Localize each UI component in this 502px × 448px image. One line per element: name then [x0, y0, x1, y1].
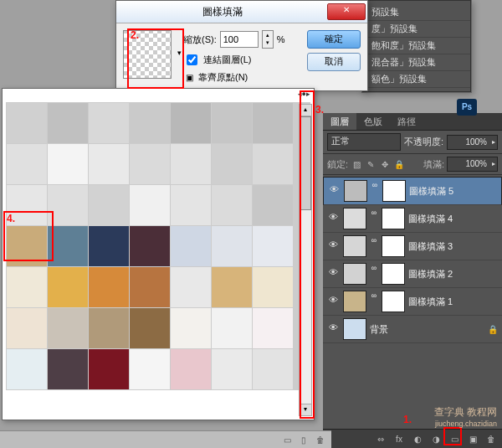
layer-thumb[interactable] — [343, 263, 366, 285]
pattern-swatch[interactable] — [130, 349, 170, 389]
visibility-icon[interactable]: 👁 — [326, 212, 340, 225]
layer-row[interactable]: 👁∞圖樣填滿 3 — [323, 233, 502, 260]
scroll-up-icon[interactable]: ▴ — [300, 105, 311, 116]
pattern-swatch[interactable] — [171, 267, 211, 307]
visibility-icon[interactable]: 👁 — [326, 239, 340, 253]
pattern-swatch[interactable] — [89, 226, 129, 266]
layer-name[interactable]: 背景 — [370, 323, 484, 336]
trash2-icon[interactable]: 🗑 — [315, 434, 326, 445]
close-icon[interactable]: ✕ — [327, 3, 366, 20]
panel-tab[interactable]: 色版 — [356, 113, 390, 130]
layer-thumb[interactable] — [344, 180, 367, 202]
new-layer-icon[interactable]: ▣ — [467, 433, 479, 445]
layer-row[interactable]: 👁∞圖樣填滿 2 — [323, 260, 502, 288]
pattern-swatch[interactable] — [253, 185, 293, 225]
scale-input[interactable] — [220, 31, 259, 48]
preset-item[interactable]: 度」預設集 — [363, 21, 470, 38]
pattern-swatch[interactable] — [171, 103, 211, 143]
layer-thumb[interactable] — [343, 208, 366, 229]
pattern-swatch[interactable] — [253, 267, 293, 307]
pattern-swatch[interactable] — [7, 349, 47, 389]
scale-spinner[interactable]: ▴▾ — [262, 30, 274, 49]
layer-thumb[interactable] — [343, 291, 366, 312]
pattern-swatch[interactable] — [212, 144, 252, 184]
layer-name[interactable]: 圖樣填滿 4 — [408, 213, 499, 225]
layer-name[interactable]: 圖樣填滿 2 — [408, 268, 499, 281]
pattern-swatch[interactable] — [7, 226, 47, 266]
pattern-swatch[interactable] — [212, 267, 252, 307]
pattern-swatch[interactable] — [89, 185, 129, 225]
blend-mode-select[interactable]: 正常 — [327, 133, 401, 151]
layer-row[interactable]: 👁背景🔒 — [323, 316, 502, 343]
visibility-icon[interactable]: 👁 — [326, 295, 340, 308]
fill-input[interactable]: 100% — [447, 157, 498, 172]
mask-thumb[interactable] — [382, 291, 405, 312]
scroll-thumb[interactable] — [300, 116, 311, 210]
pattern-swatch[interactable] — [212, 349, 252, 389]
pattern-swatch[interactable] — [48, 308, 88, 348]
visibility-icon[interactable]: 👁 — [326, 267, 340, 281]
pattern-swatch[interactable] — [171, 349, 211, 389]
mask-thumb[interactable] — [382, 235, 405, 257]
pattern-swatch[interactable] — [89, 103, 129, 143]
preset-item[interactable]: 預設集 — [363, 4, 470, 21]
pattern-swatch[interactable] — [253, 226, 293, 266]
pattern-swatch[interactable] — [253, 103, 293, 143]
layer-thumb[interactable] — [343, 318, 366, 340]
doc-icon[interactable]: ▭ — [281, 434, 293, 445]
pattern-swatch[interactable] — [212, 103, 252, 143]
ok-button[interactable]: 確定 — [307, 30, 361, 49]
visibility-icon[interactable]: 👁 — [326, 322, 340, 336]
pattern-swatch[interactable] — [48, 185, 88, 225]
pattern-swatch[interactable] — [130, 267, 170, 307]
pattern-swatch[interactable] — [7, 103, 47, 143]
fx-icon[interactable]: fx — [393, 433, 405, 445]
pattern-swatch[interactable] — [130, 308, 170, 348]
mask-thumb[interactable] — [382, 263, 405, 285]
layer-name[interactable]: 圖樣填滿 5 — [409, 185, 498, 198]
dialog-titlebar[interactable]: 圖樣填滿 ✕ — [116, 1, 367, 23]
pattern-swatch[interactable] — [48, 103, 88, 143]
lock-brush-icon[interactable]: ✎ — [365, 158, 376, 170]
link-layers-checkbox[interactable] — [187, 54, 197, 65]
picker-menu-icon[interactable]: ◂●▸ — [298, 90, 310, 101]
preset-item[interactable]: 混合器」預設集 — [363, 54, 470, 71]
pattern-swatch[interactable] — [48, 226, 88, 266]
mask-thumb[interactable] — [382, 208, 405, 229]
pattern-swatch[interactable] — [130, 144, 170, 184]
pattern-swatch[interactable] — [130, 185, 170, 225]
preset-item[interactable]: 額色」預設集 — [363, 71, 470, 88]
chevron-down-icon[interactable]: ▾ — [177, 49, 182, 57]
lock-move-icon[interactable]: ✥ — [379, 158, 391, 170]
pattern-swatch[interactable] — [130, 226, 170, 266]
mask-icon[interactable]: ◐ — [412, 433, 423, 445]
doc2-icon[interactable]: ▯ — [298, 434, 310, 445]
lock-all-icon[interactable]: 🔒 — [393, 158, 405, 170]
scrollbar[interactable]: ▴ ▾ — [299, 104, 312, 416]
pattern-swatch[interactable] — [171, 185, 211, 225]
layer-row[interactable]: 👁∞圖樣填滿 5 — [323, 177, 502, 205]
layer-name[interactable]: 圖樣填滿 1 — [408, 296, 499, 308]
preset-item[interactable]: 飽和度」預設集 — [363, 38, 470, 54]
mask-thumb[interactable] — [382, 180, 406, 202]
scroll-down-icon[interactable]: ▾ — [300, 404, 311, 415]
panel-tab[interactable]: 路徑 — [390, 113, 423, 130]
lock-pixels-icon[interactable]: ▨ — [351, 158, 362, 170]
adjustment-icon[interactable]: ◑ — [430, 433, 442, 445]
pattern-swatch[interactable] — [253, 144, 293, 184]
pattern-swatch[interactable] — [171, 144, 211, 184]
cancel-button[interactable]: 取消 — [307, 53, 361, 71]
link-icon[interactable]: ⇔ — [375, 433, 387, 445]
layer-row[interactable]: 👁∞圖樣填滿 1 — [323, 288, 502, 316]
pattern-swatch[interactable] — [48, 267, 88, 307]
pattern-swatch[interactable] — [253, 349, 293, 389]
pattern-swatch[interactable] — [48, 349, 88, 389]
pattern-swatch[interactable] — [48, 144, 88, 184]
pattern-swatch[interactable] — [253, 308, 293, 348]
pattern-swatch[interactable] — [212, 185, 252, 225]
trash-icon[interactable]: 🗑 — [485, 433, 497, 445]
panel-tab[interactable]: 圖層 — [323, 113, 356, 130]
folder-icon[interactable]: ▭ — [448, 433, 460, 445]
pattern-swatch[interactable] — [212, 308, 252, 348]
layer-thumb[interactable] — [343, 235, 366, 257]
